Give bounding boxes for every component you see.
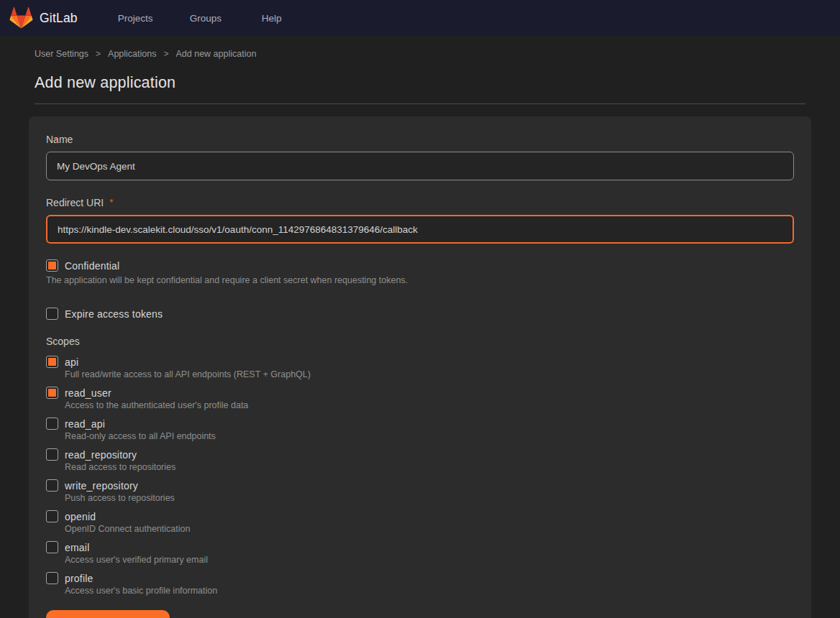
scope-description: Push access to repositories xyxy=(65,493,794,503)
nav-item-help[interactable]: Help xyxy=(262,13,282,24)
save-application-button[interactable]: Save application xyxy=(46,610,170,618)
navbar-links: Projects Groups Help xyxy=(118,13,282,24)
page-title: Add new application xyxy=(35,74,811,92)
scope-name: profile xyxy=(65,573,93,584)
scope-name: api xyxy=(65,356,78,368)
scope-description: Read access to repositories xyxy=(65,462,794,472)
scope-description: Access user's verified primary email xyxy=(65,555,794,565)
breadcrumb-current: Add new application xyxy=(175,49,256,59)
confidential-checkbox[interactable] xyxy=(46,259,58,272)
expire-tokens-block: Expire access tokens xyxy=(46,308,794,320)
scope-checkbox[interactable] xyxy=(46,572,58,584)
scope-description: Read-only access to all API endpoints xyxy=(65,431,794,441)
scope-checkbox[interactable] xyxy=(46,541,58,553)
name-label: Name* xyxy=(46,134,73,145)
form-actions: Save application Cancel xyxy=(46,610,794,618)
required-asterisk: * xyxy=(55,137,58,145)
scope-checkbox[interactable] xyxy=(46,510,58,522)
scope-checkbox[interactable] xyxy=(46,448,58,461)
confidential-description: The application will be kept confidentia… xyxy=(46,275,794,285)
scope-description: OpenID Connect authentication xyxy=(65,524,794,534)
scope-item: openid OpenID Connect authentication xyxy=(46,510,794,534)
redirect-uri-input[interactable] xyxy=(46,215,794,244)
scope-name: openid xyxy=(65,511,96,522)
breadcrumb-separator: > xyxy=(163,49,168,59)
scope-checkbox[interactable] xyxy=(46,387,58,399)
top-navbar: GitLab Projects Groups Help xyxy=(0,0,840,36)
scope-checkbox[interactable] xyxy=(46,479,58,492)
scopes-list: api Full read/write access to all API en… xyxy=(46,356,794,596)
scope-item: read_repository Read access to repositor… xyxy=(46,448,794,472)
nav-item-groups[interactable]: Groups xyxy=(190,13,262,24)
breadcrumb-applications[interactable]: Applications xyxy=(108,49,156,59)
scope-item: profile Access user's basic profile info… xyxy=(46,572,794,596)
scope-item: write_repository Push access to reposito… xyxy=(46,479,794,503)
name-field-block: Name* xyxy=(46,133,794,180)
scope-item: read_user Access to the authenticated us… xyxy=(46,387,794,410)
confidential-label: Confidential xyxy=(65,260,119,272)
scope-item: read_api Read-only access to all API end… xyxy=(46,418,794,441)
scopes-heading: Scopes xyxy=(46,336,794,347)
brand-name: GitLab xyxy=(40,11,78,26)
required-asterisk: * xyxy=(109,197,113,208)
scope-name: read_api xyxy=(65,418,105,430)
expire-tokens-label: Expire access tokens xyxy=(65,308,163,320)
scope-item: api Full read/write access to all API en… xyxy=(46,356,794,379)
scope-name: read_repository xyxy=(65,449,137,461)
breadcrumb-user-settings[interactable]: User Settings xyxy=(35,49,88,59)
breadcrumb-separator: > xyxy=(96,49,101,59)
scope-name: email xyxy=(65,542,89,553)
scope-description: Access to the authenticated user's profi… xyxy=(65,400,794,410)
redirect-uri-label: Redirect URI* xyxy=(46,197,113,208)
expire-tokens-checkbox[interactable] xyxy=(46,308,58,320)
breadcrumb: User Settings > Applications > Add new a… xyxy=(35,49,811,59)
gitlab-brand[interactable]: GitLab xyxy=(9,6,78,29)
scope-description: Full read/write access to all API endpoi… xyxy=(65,369,794,379)
name-input[interactable] xyxy=(46,152,794,180)
scope-item: email Access user's verified primary ema… xyxy=(46,541,794,565)
gitlab-tanuki-icon xyxy=(9,6,33,29)
scope-name: read_user xyxy=(65,387,111,399)
confidential-block: Confidential The application will be kep… xyxy=(46,259,794,285)
redirect-uri-field-block: Redirect URI* xyxy=(46,196,794,244)
application-form-card: Name* Redirect URI* Confidential The app… xyxy=(29,116,811,618)
scope-checkbox[interactable] xyxy=(46,418,58,430)
scope-name: write_repository xyxy=(65,480,138,492)
page-content: User Settings > Applications > Add new a… xyxy=(0,49,840,618)
scope-description: Access user's basic profile information xyxy=(65,586,794,596)
scope-checkbox[interactable] xyxy=(46,356,58,368)
title-divider xyxy=(35,103,805,104)
nav-item-projects[interactable]: Projects xyxy=(118,13,190,24)
